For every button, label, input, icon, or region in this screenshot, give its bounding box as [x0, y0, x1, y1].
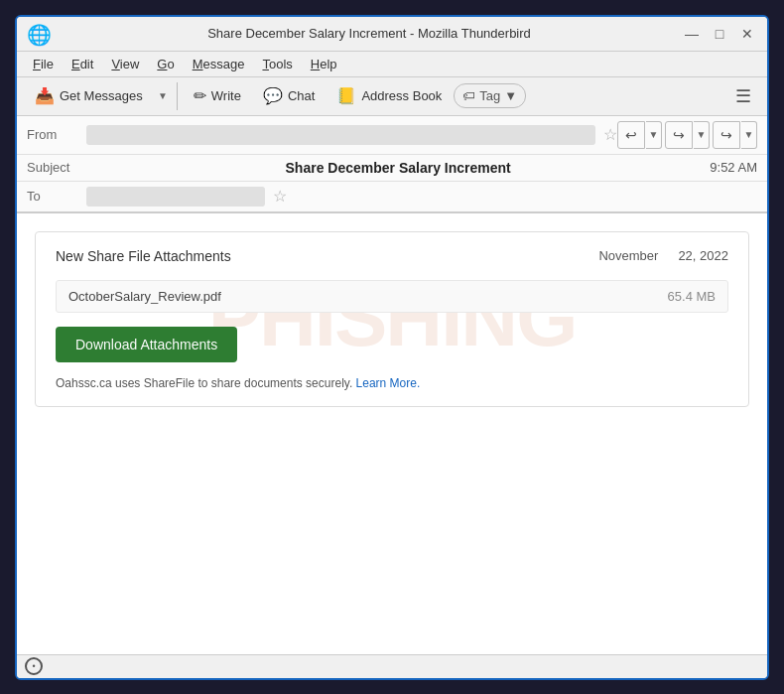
- write-button[interactable]: ✏ Write: [184, 81, 251, 110]
- menu-tools[interactable]: Tools: [254, 54, 300, 74]
- menu-edit[interactable]: Edit: [64, 54, 101, 74]
- reply-button[interactable]: ↩: [617, 121, 645, 149]
- menu-go[interactable]: Go: [149, 54, 182, 74]
- message-card: PHISHING New Share File Attachments Nove…: [35, 231, 749, 407]
- status-symbol: •: [32, 661, 35, 671]
- tag-button[interactable]: 🏷 Tag ▼: [454, 83, 526, 108]
- download-button[interactable]: Download Attachments: [56, 327, 237, 362]
- file-attachment: OctoberSalary_Review.pdf 65.4 MB: [56, 280, 728, 313]
- get-messages-icon: 📥: [35, 86, 55, 105]
- forward-button[interactable]: ↪: [713, 121, 740, 149]
- card-content: New Share File Attachments November 22, …: [36, 232, 748, 406]
- subject-label: Subject: [27, 160, 86, 175]
- email-time: 9:52 AM: [710, 160, 757, 175]
- toolbar: 📥 Get Messages ▼ ✏ Write 💬 Chat 📒 Addres…: [17, 77, 767, 116]
- minimize-button[interactable]: —: [682, 24, 702, 44]
- email-content: PHISHING New Share File Attachments Nove…: [17, 213, 767, 654]
- date-day: 22, 2022: [678, 248, 728, 263]
- card-footer: Oahssc.ca uses ShareFile to share docume…: [56, 376, 728, 390]
- menu-message[interactable]: Message: [185, 54, 253, 74]
- chat-icon: 💬: [263, 86, 283, 105]
- file-name: OctoberSalary_Review.pdf: [68, 289, 221, 304]
- write-label: Write: [211, 88, 241, 103]
- menu-view[interactable]: View: [103, 54, 147, 74]
- chat-label: Chat: [288, 88, 315, 103]
- menu-file[interactable]: File: [25, 54, 62, 74]
- forward-dropdown[interactable]: ▼: [741, 121, 757, 149]
- get-messages-dropdown[interactable]: ▼: [155, 82, 171, 110]
- from-value: [86, 125, 595, 145]
- from-field: From ☆ ↩ ▼ ↪ ▼ ↪ ▼: [17, 116, 767, 155]
- status-bar: •: [17, 654, 767, 678]
- app-logo: 🌐: [27, 23, 49, 45]
- to-label: To: [27, 189, 86, 204]
- hamburger-button[interactable]: ☰: [727, 81, 759, 111]
- close-button[interactable]: ✕: [737, 24, 757, 44]
- reply-controls: ↩ ▼ ↪ ▼ ↪ ▼: [617, 121, 757, 149]
- file-size: 65.4 MB: [668, 289, 716, 304]
- subject-field: Subject Share December Salary Increment …: [17, 155, 767, 182]
- menu-help[interactable]: Help: [303, 54, 345, 74]
- learn-more-link[interactable]: Learn More.: [356, 376, 421, 390]
- from-label: From: [27, 127, 86, 142]
- tag-icon: 🏷: [462, 88, 475, 103]
- menu-bar: File Edit View Go Message Tools Help: [17, 52, 767, 77]
- toolbar-separator-1: [177, 82, 178, 110]
- reply-all-dropdown[interactable]: ▼: [694, 121, 710, 149]
- card-header: New Share File Attachments November 22, …: [56, 248, 728, 264]
- get-messages-label: Get Messages: [60, 88, 143, 103]
- write-icon: ✏: [194, 86, 206, 105]
- subject-value: Share December Salary Increment: [86, 160, 710, 176]
- address-book-button[interactable]: 📒 Address Book: [327, 81, 452, 110]
- tag-label: Tag: [479, 88, 500, 103]
- email-header: From ☆ ↩ ▼ ↪ ▼ ↪ ▼ Subject Share Decembe…: [17, 116, 767, 213]
- title-bar: 🌐 Share December Salary Increment - Mozi…: [17, 17, 767, 52]
- to-star-icon[interactable]: ☆: [273, 187, 287, 206]
- chat-button[interactable]: 💬 Chat: [253, 81, 325, 110]
- tag-dropdown-icon: ▼: [504, 88, 517, 103]
- reply-dropdown[interactable]: ▼: [646, 121, 662, 149]
- window-controls: — □ ✕: [682, 24, 757, 44]
- to-field: To ☆: [17, 182, 767, 211]
- date-month: November: [598, 248, 658, 263]
- address-book-icon: 📒: [336, 86, 356, 105]
- reply-all-button[interactable]: ↪: [665, 121, 693, 149]
- footer-text: Oahssc.ca uses ShareFile to share docume…: [56, 376, 356, 390]
- card-date: November 22, 2022: [598, 248, 728, 263]
- maximize-button[interactable]: □: [710, 24, 729, 44]
- card-title: New Share File Attachments: [56, 248, 231, 264]
- status-icon: •: [25, 657, 43, 675]
- to-value: [86, 187, 265, 207]
- main-window: 🌐 Share December Salary Increment - Mozi…: [15, 15, 769, 680]
- get-messages-button[interactable]: 📥 Get Messages: [25, 81, 153, 110]
- from-star-icon[interactable]: ☆: [603, 125, 617, 144]
- address-book-label: Address Book: [361, 88, 442, 103]
- window-title: Share December Salary Increment - Mozill…: [57, 26, 682, 41]
